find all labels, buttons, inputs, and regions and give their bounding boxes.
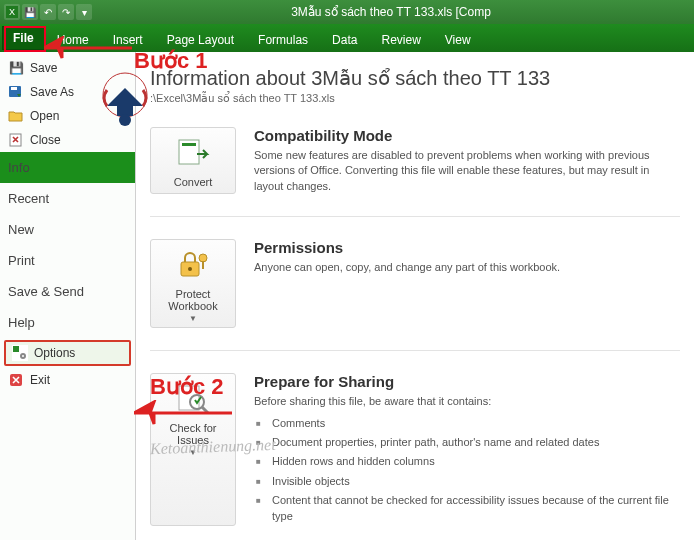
quick-access-toolbar: X 💾 ↶ ↷ ▾ [4, 4, 92, 20]
svg-rect-6 [13, 346, 19, 352]
menu-label: Exit [30, 373, 50, 387]
dropdown-arrow-icon: ▼ [189, 448, 197, 457]
page-title: Information about 3Mẫu sổ sách theo TT 1… [150, 66, 680, 90]
options-icon [12, 345, 28, 361]
section-compatibility: Convert Compatibility Mode Some new feat… [150, 105, 680, 217]
exit-icon [8, 372, 24, 388]
menu-label: Close [30, 133, 61, 147]
section-text: Some new features are disabled to preven… [254, 148, 680, 194]
open-icon [8, 108, 24, 124]
menu-label: New [8, 222, 34, 237]
list-item: Comments [254, 414, 680, 433]
button-label: Convert [174, 176, 213, 188]
menu-print[interactable]: Print [0, 245, 135, 276]
menu-options[interactable]: Options [4, 340, 131, 366]
menu-label: Save As [30, 85, 74, 99]
menu-recent[interactable]: Recent [0, 183, 135, 214]
tab-formulas[interactable]: Formulas [246, 28, 320, 52]
section-text: Before sharing this file, be aware that … [254, 394, 680, 526]
menu-label: Print [8, 253, 35, 268]
svg-rect-3 [11, 87, 17, 90]
backstage-content: Information about 3Mẫu sổ sách theo TT 1… [136, 52, 694, 540]
list-item: Hidden rows and hidden columns [254, 452, 680, 471]
tab-file[interactable]: File [2, 26, 45, 50]
convert-icon [173, 136, 213, 170]
close-icon [8, 132, 24, 148]
intro-text: Before sharing this file, be aware that … [254, 395, 491, 407]
menu-save-send[interactable]: Save & Send [0, 276, 135, 307]
menu-label: Help [8, 315, 35, 330]
tab-view[interactable]: View [433, 28, 483, 52]
menu-help[interactable]: Help [0, 307, 135, 338]
section-prepare-sharing: Check for Issues ▼ Prepare for Sharing B… [150, 351, 680, 540]
annotation-step1-label: Bước 1 [134, 48, 207, 74]
section-title: Permissions [254, 239, 680, 256]
undo-icon[interactable]: ↶ [40, 4, 56, 20]
title-bar: X 💾 ↶ ↷ ▾ 3Mẫu sổ sách theo TT 133.xls [… [0, 0, 694, 24]
tab-data[interactable]: Data [320, 28, 369, 52]
save-icon: 💾 [8, 60, 24, 76]
menu-label: Open [30, 109, 59, 123]
annotation-arrow-1 [44, 36, 134, 60]
window-title: 3Mẫu sổ sách theo TT 133.xls [Comp [92, 5, 690, 19]
svg-point-14 [199, 254, 207, 262]
menu-label: Save [30, 61, 57, 75]
protect-workbook-button[interactable]: Protect Workbook ▼ [150, 239, 236, 328]
svg-point-13 [188, 267, 192, 271]
customize-icon[interactable]: ▾ [76, 4, 92, 20]
redo-icon[interactable]: ↷ [58, 4, 74, 20]
logo-watermark [90, 70, 160, 150]
annotation-step2-label: Bước 2 [150, 374, 223, 400]
svg-point-8 [22, 355, 24, 357]
list-item: Document properties, printer path, autho… [254, 433, 680, 452]
menu-label: Save & Send [8, 284, 84, 299]
menu-new[interactable]: New [0, 214, 135, 245]
menu-info[interactable]: Info [0, 152, 135, 183]
annotation-arrow-2 [134, 400, 234, 426]
tab-review[interactable]: Review [369, 28, 432, 52]
menu-label: Options [34, 346, 75, 360]
save-icon[interactable]: 💾 [22, 4, 38, 20]
save-as-icon [8, 84, 24, 100]
dropdown-arrow-icon: ▼ [189, 314, 197, 323]
list-item: Content that cannot be checked for acces… [254, 491, 680, 526]
convert-button[interactable]: Convert [150, 127, 236, 194]
section-title: Compatibility Mode [254, 127, 680, 144]
section-text: Anyone can open, copy, and change any pa… [254, 260, 680, 275]
menu-label: Info [8, 160, 30, 175]
menu-label: Recent [8, 191, 49, 206]
excel-app-icon[interactable]: X [4, 4, 20, 20]
file-path: :\Excel\3Mẫu sổ sách theo TT 133.xls [150, 92, 680, 105]
file-path-text: :\Excel\3Mẫu sổ sách theo TT 133.xls [150, 92, 335, 105]
menu-exit[interactable]: Exit [0, 368, 135, 392]
section-permissions: Protect Workbook ▼ Permissions Anyone ca… [150, 217, 680, 351]
svg-text:X: X [9, 7, 15, 17]
section-title: Prepare for Sharing [254, 373, 680, 390]
list-item: Invisible objects [254, 472, 680, 491]
svg-rect-15 [202, 261, 204, 269]
button-label: Protect Workbook [155, 288, 231, 312]
svg-point-19 [119, 114, 131, 126]
lock-icon [173, 248, 213, 282]
issues-list: Comments Document properties, printer pa… [254, 414, 680, 526]
svg-rect-11 [182, 143, 196, 146]
